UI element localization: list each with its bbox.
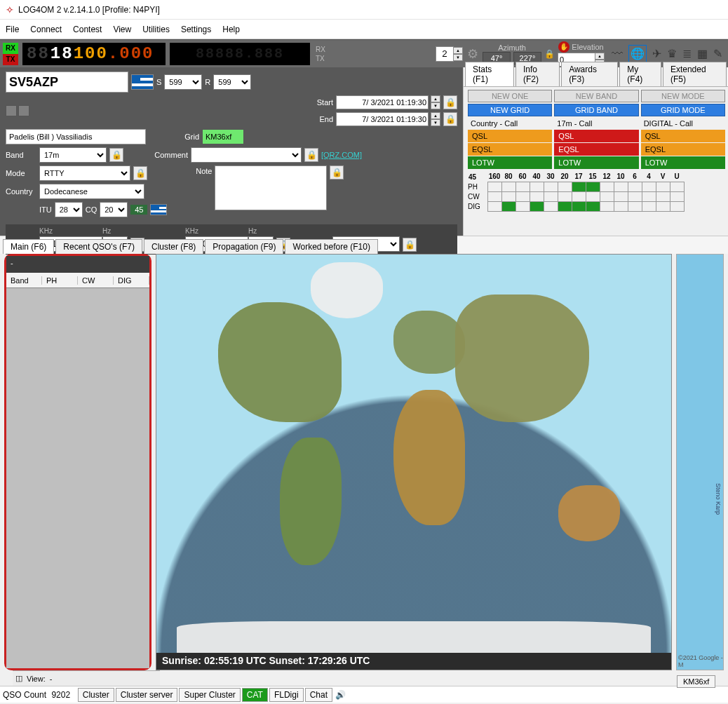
end-spinner[interactable]: ▲▼	[431, 112, 440, 126]
globe-icon[interactable]: 🌐	[628, 45, 647, 63]
status-cat[interactable]: CAT	[242, 688, 268, 702]
side-body	[6, 288, 149, 668]
rxtx-indicator: RX TX	[3, 43, 18, 65]
rst-s-select[interactable]: 599	[164, 74, 202, 90]
status-cluster-server[interactable]: Cluster server	[116, 688, 178, 702]
stats-tabs: Stats (F1) Info (F2) Awards (F3) My (F4)…	[464, 67, 728, 87]
itu-select[interactable]: 28	[55, 202, 83, 217]
status-chat[interactable]: Chat	[305, 688, 332, 702]
tx-indicator: TX	[3, 54, 18, 65]
status-cluster[interactable]: Cluster	[78, 688, 114, 702]
start-spinner[interactable]: ▲▼	[431, 95, 440, 109]
mode-lock[interactable]: 🔒	[133, 166, 147, 180]
plane-icon[interactable]: ✈	[652, 47, 661, 60]
menu-help[interactable]: Help	[222, 25, 240, 34]
freq-mid: 100	[74, 44, 108, 63]
start-datetime[interactable]	[336, 95, 429, 109]
rss-icon[interactable]: 〰	[612, 48, 623, 60]
rst-s-label: S	[156, 78, 161, 86]
band-lock[interactable]: 🔒	[109, 148, 123, 162]
band-select[interactable]: 17m	[39, 147, 107, 163]
status-fldigi[interactable]: FLDigi	[269, 688, 304, 702]
mode-select[interactable]: RTTY	[39, 165, 130, 181]
tx-label: TX	[316, 55, 325, 62]
qsl-qsl-1: QSL	[554, 130, 638, 142]
speaker-icon[interactable]: 🔊	[335, 690, 346, 700]
minimap[interactable]: Steno Karp ©2021 Google - M KM36xf	[676, 254, 724, 670]
start-lock[interactable]: 🔒	[443, 95, 457, 109]
callsign-input[interactable]	[6, 72, 128, 93]
comment-lock[interactable]: 🔒	[304, 148, 318, 162]
vfo-a-display: 88 18 100 .000	[22, 43, 166, 65]
name-input[interactable]	[6, 129, 146, 144]
map-canvas[interactable]	[156, 255, 671, 653]
sun-bar: Sunrise: 02:55:19 UTC Sunset: 17:29:26 U…	[156, 653, 671, 670]
grid-input[interactable]	[202, 129, 244, 144]
end-lock[interactable]: 🔒	[443, 112, 457, 126]
lock-icon[interactable]: 🔒	[544, 49, 555, 59]
crown-icon[interactable]: ♛	[667, 47, 677, 60]
rxband-lock[interactable]: 🔒	[403, 238, 417, 252]
list-icon[interactable]: ≣	[682, 47, 692, 60]
status-bar: QSO Count 9202 Cluster Cluster server Su…	[0, 686, 728, 703]
pen-icon[interactable]: ✎	[713, 47, 722, 60]
col-band: 17m - Call	[554, 118, 638, 129]
tab-info[interactable]: Info (F2)	[515, 62, 560, 86]
qso-entry-panel: S 599 R 599 Start ▲▼ 🔒 End	[0, 67, 463, 236]
side-head-dash: -	[11, 259, 13, 267]
view-icon[interactable]: ◫	[15, 674, 22, 683]
hz-label-1: Hz	[102, 227, 111, 235]
stat-grid-band: GRID BAND	[554, 104, 638, 116]
rxtx-label: RX TX	[316, 46, 325, 62]
stat-new-mode: NEW MODE	[641, 90, 725, 102]
tab-worked-before[interactable]: Worked before (F10)	[285, 239, 378, 254]
layout-number-spinner[interactable]: ▲▼	[453, 47, 463, 61]
window-title: LOG4OM 2 v.2.14.1.0 [Profile: N4PYI]	[18, 5, 160, 15]
country-select[interactable]: Dodecanese	[39, 184, 144, 199]
stop-icon[interactable]: ✋	[558, 41, 569, 53]
radio-icon[interactable]: ▦	[697, 47, 708, 60]
flag-icon	[131, 74, 154, 90]
tab-main[interactable]: Main (F6)	[3, 239, 54, 254]
qsl-lotw-0: LOTW	[468, 156, 552, 169]
tab-stats[interactable]: Stats (F1)	[465, 62, 514, 86]
col-dig: DIG	[114, 276, 149, 285]
menu-file[interactable]: File	[6, 25, 19, 34]
col-country: Country - Call	[468, 118, 552, 129]
zone-pill: 45	[130, 205, 147, 215]
stat-new-one: NEW ONE	[468, 90, 552, 102]
qrz-link[interactable]: [QRZ.COM]	[321, 151, 362, 159]
status-super-cluster[interactable]: Super Cluster	[179, 688, 240, 702]
tab-extended[interactable]: Extended (F5)	[663, 62, 727, 86]
cq-select[interactable]: 20	[100, 202, 128, 217]
azimuth-label: Azimuth	[498, 43, 526, 52]
comment-select[interactable]	[191, 147, 302, 163]
world-map[interactable]: Sunrise: 02:55:19 UTC Sunset: 17:29:26 U…	[156, 254, 672, 670]
title-bar: ✧ LOG4OM 2 v.2.14.1.0 [Profile: N4PYI]	[0, 0, 728, 20]
rst-r-select[interactable]: 599	[213, 74, 251, 90]
col-ph: PH	[42, 276, 78, 285]
cq-label: CQ	[86, 205, 97, 214]
stat-new-band: NEW BAND	[554, 90, 638, 102]
tab-my[interactable]: My (F4)	[619, 62, 661, 86]
view-value: -	[50, 675, 53, 683]
note-textarea[interactable]	[215, 165, 327, 210]
menu-settings[interactable]: Settings	[181, 25, 211, 34]
tab-propagation[interactable]: Propagation (F9)	[205, 239, 283, 254]
note-lock[interactable]: 🔒	[330, 165, 344, 180]
tab-cluster[interactable]: Cluster (F8)	[144, 239, 203, 254]
menu-contest[interactable]: Contest	[73, 25, 102, 34]
end-datetime[interactable]	[336, 112, 429, 126]
menu-connect[interactable]: Connect	[30, 25, 62, 34]
layout-number[interactable]	[436, 46, 454, 62]
gear-icon[interactable]: ⚙	[467, 46, 478, 62]
qsl-qsl-2: QSL	[641, 130, 725, 142]
side-table-head: Band PH CW DIG	[6, 273, 149, 288]
color-box-1	[6, 105, 17, 116]
khz-label-2: KHz	[185, 227, 248, 235]
stat-new-grid: NEW GRID	[468, 104, 552, 116]
menu-utilities[interactable]: Utilities	[142, 25, 170, 34]
menu-view[interactable]: View	[113, 25, 131, 34]
tab-awards[interactable]: Awards (F3)	[561, 62, 618, 86]
tab-recent[interactable]: Recent QSO's (F7)	[55, 239, 142, 254]
